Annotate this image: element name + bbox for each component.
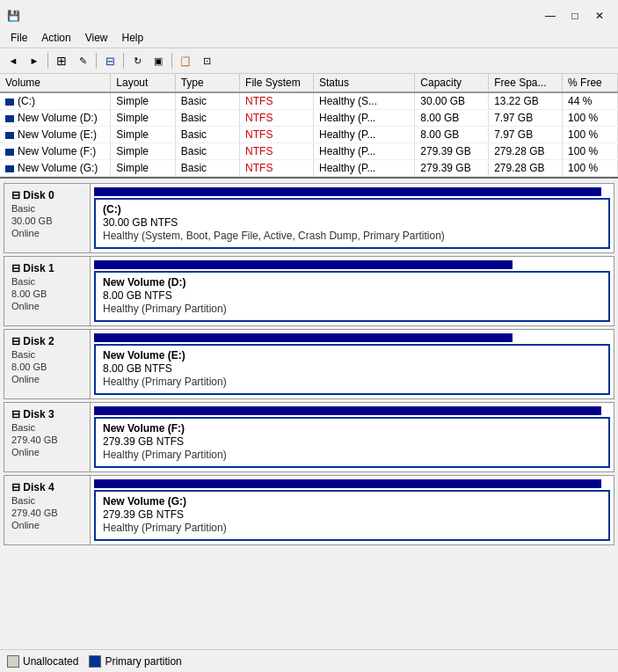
disk-status: Online — [11, 520, 83, 530]
cell-pct: 100 % — [563, 160, 618, 177]
disk-partition-area: New Volume (D:) 8.00 GB NTFS Healthy (Pr… — [91, 257, 614, 325]
disk-label: ⊟ Disk 0 Basic 30.00 GB Online — [4, 184, 91, 252]
window-controls: — □ ✕ — [539, 6, 611, 26]
table-row[interactable]: New Volume (G:) Simple Basic NTFS Health… — [0, 160, 618, 177]
partition-name: (C:) — [103, 203, 601, 215]
cell-free: 7.97 GB — [489, 110, 563, 127]
disk-row: ⊟ Disk 3 Basic 279.40 GB Online New Volu… — [4, 402, 614, 472]
toolbar-btn-7[interactable]: ▣ — [149, 51, 168, 70]
table-row[interactable]: New Volume (D:) Simple Basic NTFS Health… — [0, 110, 618, 127]
cell-capacity: 8.00 GB — [415, 127, 489, 143]
cell-type: Basic — [175, 143, 239, 160]
disk-id: ⊟ Disk 2 — [11, 335, 83, 347]
cell-free: 279.28 GB — [489, 143, 563, 160]
menu-action[interactable]: Action — [34, 30, 77, 46]
cell-volume: New Volume (F:) — [0, 143, 111, 160]
menu-help[interactable]: Help — [115, 30, 151, 46]
cell-status: Healthy (P... — [313, 127, 414, 143]
disk-type: Basic — [11, 495, 83, 506]
disk-type: Basic — [11, 422, 83, 433]
cell-layout: Simple — [111, 110, 175, 127]
disk-id: ⊟ Disk 4 — [11, 481, 83, 493]
toolbar-btn-5[interactable]: ⊟ — [100, 51, 120, 70]
toolbar-separator-4 — [171, 53, 172, 69]
disk-partition-area: (C:) 30.00 GB NTFS Healthy (System, Boot… — [91, 184, 614, 252]
cell-fs: NTFS — [240, 92, 314, 110]
cell-pct: 100 % — [563, 127, 618, 143]
cell-capacity: 279.39 GB — [415, 160, 489, 177]
col-header-freespace: Free Spa... — [489, 74, 563, 92]
disk-usage-bar — [94, 333, 513, 342]
col-header-type: Type — [175, 74, 239, 92]
toolbar-btn-8[interactable]: 📋 — [176, 51, 195, 70]
partition-status: Healthy (Primary Partition) — [103, 522, 601, 534]
legend-primary: Primary partition — [89, 655, 181, 668]
cell-type: Basic — [175, 110, 239, 127]
partition-box[interactable]: New Volume (F:) 279.39 GB NTFS Healthy (… — [94, 417, 610, 468]
toolbar-separator-3 — [123, 53, 124, 69]
maximize-button[interactable]: □ — [563, 6, 586, 26]
cell-fs: NTFS — [240, 160, 314, 177]
partition-size: 279.39 GB NTFS — [103, 508, 601, 521]
disk-size: 279.40 GB — [11, 508, 83, 518]
disk-size: 8.00 GB — [11, 289, 83, 299]
cell-free: 7.97 GB — [489, 127, 563, 143]
partition-name: New Volume (D:) — [103, 276, 601, 289]
minimize-button[interactable]: — — [539, 6, 562, 26]
col-header-volume: Volume — [0, 74, 111, 92]
cell-pct: 100 % — [563, 110, 618, 127]
col-header-pctfree: % Free — [563, 74, 618, 92]
cell-layout: Simple — [111, 92, 175, 110]
partition-box[interactable]: (C:) 30.00 GB NTFS Healthy (System, Boot… — [94, 198, 610, 249]
col-header-layout: Layout — [111, 74, 175, 92]
table-row[interactable]: (C:) Simple Basic NTFS Healthy (S... 30.… — [0, 92, 618, 110]
menu-bar: File Action View Help — [0, 28, 618, 47]
disk-size: 30.00 GB — [11, 215, 83, 226]
disk-status: Online — [11, 447, 83, 457]
cell-type: Basic — [175, 160, 239, 177]
partition-box[interactable]: New Volume (D:) 8.00 GB NTFS Healthy (Pr… — [94, 271, 610, 322]
menu-file[interactable]: File — [4, 30, 34, 46]
table-row[interactable]: New Volume (F:) Simple Basic NTFS Health… — [0, 143, 618, 160]
toolbar: ◄ ► ⊞ ✎ ⊟ ↻ ▣ 📋 ⊡ — [0, 47, 618, 74]
cell-volume: New Volume (D:) — [0, 110, 111, 127]
disk-id: ⊟ Disk 0 — [11, 189, 83, 201]
disk-partition-area: New Volume (G:) 279.39 GB NTFS Healthy (… — [91, 476, 614, 544]
cell-status: Healthy (S... — [313, 92, 414, 110]
cell-pct: 100 % — [563, 143, 618, 160]
toolbar-btn-6[interactable]: ↻ — [127, 51, 147, 70]
cell-type: Basic — [175, 127, 239, 143]
table-row[interactable]: New Volume (E:) Simple Basic NTFS Health… — [0, 127, 618, 143]
partition-box[interactable]: New Volume (G:) 279.39 GB NTFS Healthy (… — [94, 490, 610, 541]
toolbar-btn-4[interactable]: ✎ — [73, 51, 92, 70]
disk-usage-bar — [94, 479, 601, 488]
toolbar-btn-3[interactable]: ⊞ — [52, 51, 71, 70]
col-header-capacity: Capacity — [415, 74, 489, 92]
disk-size: 279.40 GB — [11, 435, 83, 445]
disk-row: ⊟ Disk 1 Basic 8.00 GB Online New Volume… — [4, 256, 614, 326]
partition-name: New Volume (F:) — [103, 422, 601, 435]
menu-view[interactable]: View — [78, 30, 115, 46]
partition-box[interactable]: New Volume (E:) 8.00 GB NTFS Healthy (Pr… — [94, 344, 610, 395]
disk-row: ⊟ Disk 0 Basic 30.00 GB Online (C:) 30.0… — [4, 183, 614, 253]
toolbar-btn-9[interactable]: ⊡ — [197, 51, 216, 70]
partition-status: Healthy (Primary Partition) — [103, 449, 601, 461]
partition-size: 8.00 GB NTFS — [103, 289, 601, 302]
legend-primary-box — [89, 655, 101, 668]
cell-capacity: 279.39 GB — [415, 143, 489, 160]
disk-partition-area: New Volume (F:) 279.39 GB NTFS Healthy (… — [91, 403, 614, 471]
forward-button[interactable]: ► — [25, 51, 44, 70]
col-header-status: Status — [313, 74, 414, 92]
cell-fs: NTFS — [240, 127, 314, 143]
disk-status: Online — [11, 301, 83, 311]
disk-partition-area: New Volume (E:) 8.00 GB NTFS Healthy (Pr… — [91, 330, 614, 398]
disk-usage-bar — [94, 260, 513, 269]
partition-status: Healthy (Primary Partition) — [103, 303, 601, 315]
toolbar-separator-2 — [96, 53, 97, 69]
cell-status: Healthy (P... — [313, 160, 414, 177]
back-button[interactable]: ◄ — [4, 51, 23, 70]
partition-name: New Volume (G:) — [103, 495, 601, 508]
disk-label: ⊟ Disk 2 Basic 8.00 GB Online — [4, 330, 91, 398]
partition-status: Healthy (Primary Partition) — [103, 376, 601, 388]
close-button[interactable]: ✕ — [588, 6, 611, 26]
